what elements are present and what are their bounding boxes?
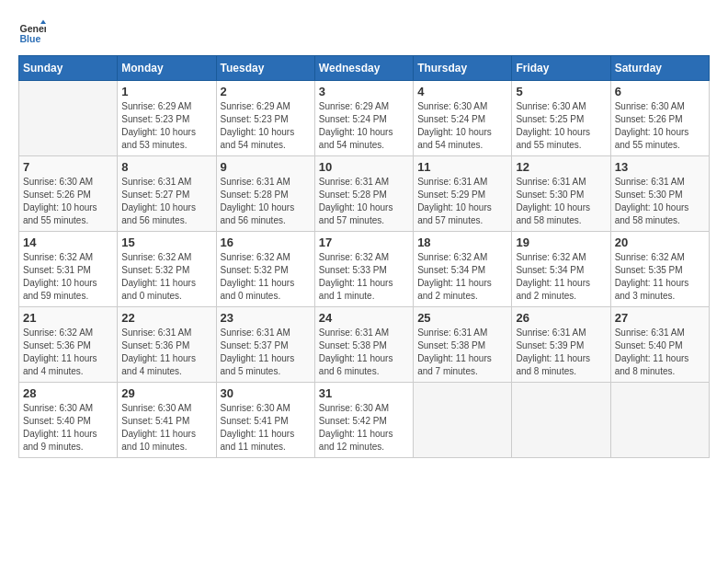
calendar-cell: 23Sunrise: 6:31 AMSunset: 5:37 PMDayligh… (216, 307, 314, 383)
calendar-cell: 6Sunrise: 6:30 AMSunset: 5:26 PMDaylight… (610, 81, 709, 156)
calendar-cell: 29Sunrise: 6:30 AMSunset: 5:41 PMDayligh… (118, 383, 216, 458)
day-number: 24 (319, 311, 409, 325)
calendar-cell: 16Sunrise: 6:32 AMSunset: 5:32 PMDayligh… (216, 232, 314, 307)
calendar-cell: 17Sunrise: 6:32 AMSunset: 5:33 PMDayligh… (314, 232, 413, 307)
calendar-header: SundayMondayTuesdayWednesdayThursdayFrid… (19, 56, 710, 81)
day-info: Sunrise: 6:30 AMSunset: 5:26 PMDaylight:… (615, 100, 705, 152)
calendar-cell: 4Sunrise: 6:30 AMSunset: 5:24 PMDaylight… (414, 81, 512, 156)
day-number: 4 (417, 85, 507, 98)
calendar-week-1: 1Sunrise: 6:29 AMSunset: 5:23 PMDaylight… (19, 81, 710, 156)
day-info: Sunrise: 6:31 AMSunset: 5:28 PMDaylight:… (221, 176, 311, 227)
day-number: 31 (319, 386, 409, 400)
day-info: Sunrise: 6:30 AMSunset: 5:24 PMDaylight:… (417, 100, 507, 152)
day-number: 5 (516, 85, 606, 98)
day-number: 7 (23, 160, 113, 174)
calendar-week-2: 7Sunrise: 6:30 AMSunset: 5:26 PMDaylight… (19, 156, 710, 232)
calendar-body: 1Sunrise: 6:29 AMSunset: 5:23 PMDaylight… (19, 81, 710, 458)
column-header-friday: Friday (512, 56, 610, 81)
calendar-cell: 12Sunrise: 6:31 AMSunset: 5:30 PMDayligh… (512, 156, 610, 232)
day-info: Sunrise: 6:31 AMSunset: 5:36 PMDaylight:… (121, 327, 211, 378)
page-header: General Blue (18, 18, 710, 46)
calendar-week-4: 21Sunrise: 6:32 AMSunset: 5:36 PMDayligh… (19, 307, 710, 383)
column-header-thursday: Thursday (414, 56, 512, 81)
day-number: 16 (221, 236, 311, 249)
calendar-cell: 31Sunrise: 6:30 AMSunset: 5:42 PMDayligh… (314, 383, 413, 458)
day-info: Sunrise: 6:30 AMSunset: 5:26 PMDaylight:… (23, 176, 113, 227)
calendar-cell (512, 383, 610, 458)
day-info: Sunrise: 6:31 AMSunset: 5:29 PMDaylight:… (417, 176, 507, 227)
svg-text:Blue: Blue (20, 33, 41, 44)
calendar-cell: 8Sunrise: 6:31 AMSunset: 5:27 PMDaylight… (118, 156, 216, 232)
calendar-cell: 19Sunrise: 6:32 AMSunset: 5:34 PMDayligh… (512, 232, 610, 307)
day-number: 12 (516, 160, 606, 174)
day-number: 9 (221, 160, 311, 174)
day-info: Sunrise: 6:30 AMSunset: 5:41 PMDaylight:… (221, 402, 311, 454)
day-info: Sunrise: 6:32 AMSunset: 5:32 PMDaylight:… (221, 251, 311, 303)
calendar-cell: 7Sunrise: 6:30 AMSunset: 5:26 PMDaylight… (19, 156, 118, 232)
calendar-cell: 13Sunrise: 6:31 AMSunset: 5:30 PMDayligh… (610, 156, 709, 232)
day-info: Sunrise: 6:31 AMSunset: 5:30 PMDaylight:… (516, 176, 606, 227)
column-header-monday: Monday (118, 56, 216, 81)
day-info: Sunrise: 6:31 AMSunset: 5:38 PMDaylight:… (417, 327, 507, 378)
column-header-tuesday: Tuesday (216, 56, 314, 81)
day-number: 19 (516, 236, 606, 249)
calendar-cell: 25Sunrise: 6:31 AMSunset: 5:38 PMDayligh… (414, 307, 512, 383)
day-info: Sunrise: 6:31 AMSunset: 5:30 PMDaylight:… (615, 176, 705, 227)
calendar-cell (610, 383, 709, 458)
column-header-wednesday: Wednesday (314, 56, 413, 81)
calendar-cell: 27Sunrise: 6:31 AMSunset: 5:40 PMDayligh… (610, 307, 709, 383)
day-info: Sunrise: 6:31 AMSunset: 5:28 PMDaylight:… (319, 176, 409, 227)
day-number: 13 (615, 160, 705, 174)
calendar-week-3: 14Sunrise: 6:32 AMSunset: 5:31 PMDayligh… (19, 232, 710, 307)
calendar-cell: 26Sunrise: 6:31 AMSunset: 5:39 PMDayligh… (512, 307, 610, 383)
day-info: Sunrise: 6:32 AMSunset: 5:36 PMDaylight:… (23, 327, 113, 378)
day-info: Sunrise: 6:31 AMSunset: 5:37 PMDaylight:… (221, 327, 311, 378)
calendar-cell: 28Sunrise: 6:30 AMSunset: 5:40 PMDayligh… (19, 383, 118, 458)
day-number: 28 (23, 386, 113, 400)
day-info: Sunrise: 6:32 AMSunset: 5:35 PMDaylight:… (615, 251, 705, 303)
day-number: 17 (319, 236, 409, 249)
day-info: Sunrise: 6:31 AMSunset: 5:27 PMDaylight:… (121, 176, 211, 227)
day-number: 11 (417, 160, 507, 174)
day-number: 6 (615, 85, 705, 98)
day-info: Sunrise: 6:30 AMSunset: 5:42 PMDaylight:… (319, 402, 409, 454)
day-info: Sunrise: 6:32 AMSunset: 5:34 PMDaylight:… (417, 251, 507, 303)
day-info: Sunrise: 6:29 AMSunset: 5:23 PMDaylight:… (121, 100, 211, 152)
day-info: Sunrise: 6:32 AMSunset: 5:33 PMDaylight:… (319, 251, 409, 303)
day-number: 23 (221, 311, 311, 325)
calendar-table: SundayMondayTuesdayWednesdayThursdayFrid… (18, 55, 710, 458)
day-info: Sunrise: 6:31 AMSunset: 5:38 PMDaylight:… (319, 327, 409, 378)
calendar-cell: 18Sunrise: 6:32 AMSunset: 5:34 PMDayligh… (414, 232, 512, 307)
day-number: 15 (121, 236, 211, 249)
day-number: 20 (615, 236, 705, 249)
day-number: 22 (121, 311, 211, 325)
day-info: Sunrise: 6:32 AMSunset: 5:34 PMDaylight:… (516, 251, 606, 303)
column-header-sunday: Sunday (19, 56, 118, 81)
day-info: Sunrise: 6:32 AMSunset: 5:32 PMDaylight:… (121, 251, 211, 303)
day-number: 27 (615, 311, 705, 325)
day-info: Sunrise: 6:31 AMSunset: 5:40 PMDaylight:… (615, 327, 705, 378)
calendar-cell (19, 81, 118, 156)
day-info: Sunrise: 6:30 AMSunset: 5:40 PMDaylight:… (23, 402, 113, 454)
calendar-cell: 15Sunrise: 6:32 AMSunset: 5:32 PMDayligh… (118, 232, 216, 307)
day-info: Sunrise: 6:30 AMSunset: 5:25 PMDaylight:… (516, 100, 606, 152)
day-number: 18 (417, 236, 507, 249)
day-info: Sunrise: 6:31 AMSunset: 5:39 PMDaylight:… (516, 327, 606, 378)
calendar-cell: 9Sunrise: 6:31 AMSunset: 5:28 PMDaylight… (216, 156, 314, 232)
day-number: 29 (121, 386, 211, 400)
calendar-cell: 10Sunrise: 6:31 AMSunset: 5:28 PMDayligh… (314, 156, 413, 232)
calendar-cell: 24Sunrise: 6:31 AMSunset: 5:38 PMDayligh… (314, 307, 413, 383)
day-info: Sunrise: 6:29 AMSunset: 5:24 PMDaylight:… (319, 100, 409, 152)
day-number: 26 (516, 311, 606, 325)
calendar-week-5: 28Sunrise: 6:30 AMSunset: 5:40 PMDayligh… (19, 383, 710, 458)
calendar-cell: 14Sunrise: 6:32 AMSunset: 5:31 PMDayligh… (19, 232, 118, 307)
calendar-cell: 11Sunrise: 6:31 AMSunset: 5:29 PMDayligh… (414, 156, 512, 232)
calendar-cell: 21Sunrise: 6:32 AMSunset: 5:36 PMDayligh… (19, 307, 118, 383)
day-number: 2 (221, 85, 311, 98)
logo-icon: General Blue (18, 18, 46, 46)
header-row: SundayMondayTuesdayWednesdayThursdayFrid… (19, 56, 710, 81)
day-number: 25 (417, 311, 507, 325)
column-header-saturday: Saturday (610, 56, 709, 81)
day-number: 3 (319, 85, 409, 98)
calendar-cell: 22Sunrise: 6:31 AMSunset: 5:36 PMDayligh… (118, 307, 216, 383)
